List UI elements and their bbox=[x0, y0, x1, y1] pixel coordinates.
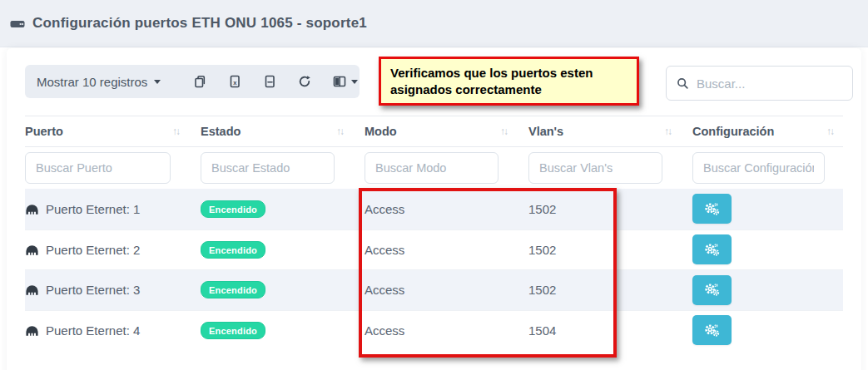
status-badge: Encendido bbox=[201, 281, 265, 298]
ethernet-icon bbox=[25, 284, 39, 296]
port-label: Puerto Eternet: 3 bbox=[46, 283, 140, 297]
cell-puerto: Puerto Eternet: 4 bbox=[25, 311, 189, 351]
cogs-icon bbox=[703, 323, 721, 338]
page-header: Configuración puertos ETH ONU 1065 - sop… bbox=[0, 0, 868, 47]
column-label: Modo bbox=[365, 125, 397, 138]
filter-input-configuracion[interactable] bbox=[692, 152, 825, 184]
configure-port-button[interactable] bbox=[692, 194, 732, 224]
svg-text:x: x bbox=[234, 79, 238, 86]
ports-table: Puerto↑↓Estado↑↓Modo↑↓Vlan's↑↓Configurac… bbox=[25, 116, 843, 350]
show-entries-label: Mostrar 10 registros bbox=[37, 75, 147, 89]
filter-cell-estado bbox=[189, 147, 353, 189]
filter-input-puerto[interactable] bbox=[25, 152, 171, 184]
search-input[interactable] bbox=[697, 76, 842, 91]
cogs-icon bbox=[703, 243, 721, 257]
column-header-vlan[interactable]: Vlan's↑↓ bbox=[517, 116, 681, 146]
mode-value: Access bbox=[365, 283, 404, 297]
mode-value: Access bbox=[365, 323, 404, 338]
columns-icon bbox=[333, 75, 346, 88]
cell-modo: Access bbox=[353, 230, 517, 270]
table-header-row: Puerto↑↓Estado↑↓Modo↑↓Vlan's↑↓Configurac… bbox=[25, 116, 843, 147]
show-entries-dropdown[interactable]: Mostrar 10 registros bbox=[37, 75, 161, 89]
refresh-button[interactable] bbox=[298, 72, 311, 91]
sort-icon[interactable]: ↑↓ bbox=[826, 126, 836, 137]
ethernet-icon bbox=[25, 244, 39, 256]
column-label: Configuración bbox=[692, 125, 774, 138]
cell-modo: Access bbox=[353, 270, 517, 310]
vlan-value: 1504 bbox=[528, 323, 556, 338]
cell-estado: Encendido bbox=[189, 311, 353, 351]
router-icon bbox=[10, 17, 25, 31]
copy-icon bbox=[193, 75, 206, 88]
table-toolbar: Mostrar 10 registros x bbox=[25, 65, 360, 98]
sort-icon[interactable]: ↑↓ bbox=[500, 126, 510, 137]
table-row: Puerto Eternet: 3EncendidoAccess1502 bbox=[25, 269, 843, 310]
configure-port-button[interactable] bbox=[692, 315, 732, 345]
status-badge: Encendido bbox=[201, 322, 265, 339]
cell-vlan: 1502 bbox=[517, 230, 681, 270]
sort-icon[interactable]: ↑↓ bbox=[172, 126, 182, 137]
cell-configuracion bbox=[681, 230, 843, 270]
excel-icon: x bbox=[228, 75, 241, 88]
column-header-configuracion[interactable]: Configuración↑↓ bbox=[681, 116, 843, 146]
sort-icon[interactable]: ↑↓ bbox=[336, 126, 346, 137]
filter-cell-vlan bbox=[517, 147, 681, 189]
filter-cell-configuracion bbox=[681, 147, 843, 189]
cell-puerto: Puerto Eternet: 3 bbox=[25, 270, 189, 310]
column-header-estado[interactable]: Estado↑↓ bbox=[189, 116, 353, 146]
column-header-modo[interactable]: Modo↑↓ bbox=[353, 116, 517, 146]
column-header-puerto[interactable]: Puerto↑↓ bbox=[25, 116, 189, 146]
port-label: Puerto Eternet: 2 bbox=[46, 243, 140, 257]
status-badge: Encendido bbox=[201, 241, 265, 259]
excel-export-button[interactable]: x bbox=[228, 72, 241, 91]
cell-vlan: 1502 bbox=[517, 270, 681, 310]
global-search bbox=[666, 66, 853, 101]
cell-modo: Access bbox=[353, 311, 517, 351]
vlan-value: 1502 bbox=[528, 202, 556, 216]
cell-estado: Encendido bbox=[189, 189, 353, 229]
cell-estado: Encendido bbox=[189, 230, 353, 270]
table-row: Puerto Eternet: 1EncendidoAccess1502 bbox=[25, 189, 843, 229]
refresh-icon bbox=[298, 75, 311, 88]
filter-input-modo[interactable] bbox=[365, 152, 498, 184]
table-row: Puerto Eternet: 4EncendidoAccess1504 bbox=[25, 310, 843, 351]
search-icon bbox=[677, 76, 689, 91]
vlan-value: 1502 bbox=[528, 283, 556, 297]
file-export-button[interactable] bbox=[263, 72, 276, 91]
configure-port-button[interactable] bbox=[692, 234, 732, 264]
table-body: Puerto Eternet: 1EncendidoAccess1502Puer… bbox=[25, 189, 843, 350]
filter-cell-modo bbox=[353, 147, 517, 189]
configure-port-button[interactable] bbox=[692, 275, 732, 305]
cell-puerto: Puerto Eternet: 2 bbox=[25, 230, 189, 270]
vlan-value: 1502 bbox=[528, 243, 556, 257]
cogs-icon bbox=[703, 202, 721, 216]
status-badge: Encendido bbox=[201, 200, 265, 218]
sort-icon[interactable]: ↑↓ bbox=[664, 126, 674, 137]
cell-modo: Access bbox=[353, 189, 517, 229]
table-row: Puerto Eternet: 2EncendidoAccess1502 bbox=[25, 229, 843, 270]
cell-configuracion bbox=[681, 311, 843, 351]
cell-configuracion bbox=[681, 270, 843, 310]
mode-value: Access bbox=[365, 243, 404, 257]
page-title: Configuración puertos ETH ONU 1065 - sop… bbox=[32, 15, 367, 32]
file-icon bbox=[263, 75, 276, 88]
filter-input-vlan[interactable] bbox=[528, 152, 662, 184]
column-label: Vlan's bbox=[528, 125, 563, 138]
cell-estado: Encendido bbox=[189, 270, 353, 310]
port-label: Puerto Eternet: 4 bbox=[46, 323, 140, 338]
column-label: Estado bbox=[201, 125, 241, 138]
copy-button[interactable] bbox=[193, 72, 206, 91]
table-filter-row bbox=[25, 147, 843, 189]
filter-input-estado[interactable] bbox=[201, 152, 335, 184]
annotation-note: Verificamos que los puertos esten asigna… bbox=[379, 57, 639, 106]
mode-value: Access bbox=[365, 202, 404, 216]
cogs-icon bbox=[703, 283, 721, 297]
column-visibility-button[interactable] bbox=[333, 72, 358, 91]
column-label: Puerto bbox=[25, 125, 63, 138]
cell-puerto: Puerto Eternet: 1 bbox=[25, 189, 189, 229]
filter-cell-puerto bbox=[25, 147, 189, 189]
cell-configuracion bbox=[681, 189, 843, 229]
ethernet-icon bbox=[25, 324, 39, 337]
chevron-down-icon bbox=[351, 80, 358, 84]
cell-vlan: 1504 bbox=[517, 311, 681, 351]
